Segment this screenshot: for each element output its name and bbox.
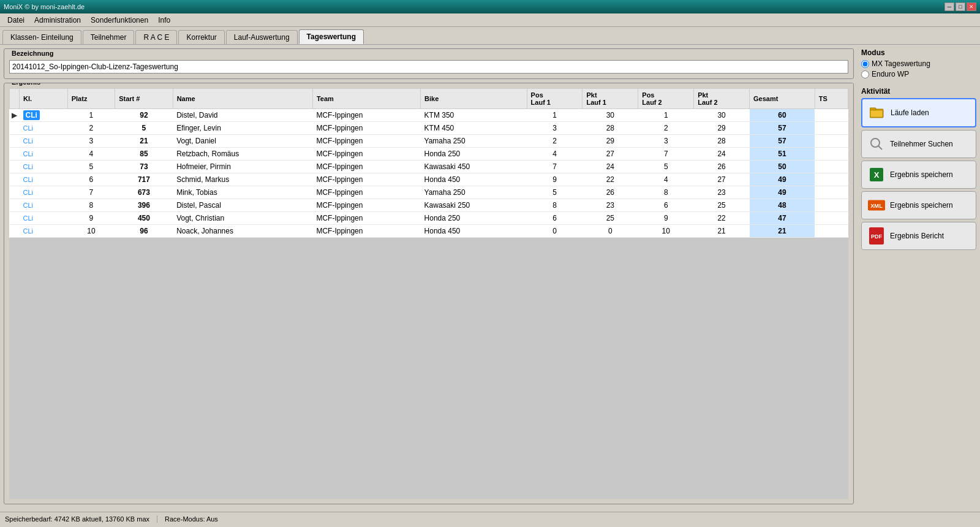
close-button[interactable]: ✕ xyxy=(967,2,976,11)
row-gesamt: 48 xyxy=(750,199,815,212)
row-name: Schmid, Markus xyxy=(173,173,312,186)
menu-administration[interactable]: Administration xyxy=(29,15,86,26)
modus-radio-mx[interactable] xyxy=(861,60,869,68)
row-start: 673 xyxy=(115,186,173,199)
row-gesamt: 60 xyxy=(750,109,815,122)
row-name: Distel, David xyxy=(173,109,312,122)
teilnehmer-suchen-button[interactable]: Teilnehmer Suchen xyxy=(861,130,976,158)
row-start: 73 xyxy=(115,161,173,173)
row-platz: 9 xyxy=(67,212,115,225)
row-pkt-lauf1: 23 xyxy=(582,199,638,212)
svg-text:X: X xyxy=(874,170,880,180)
table-row[interactable]: CLi 5 73 Hofmeier, Pirmin MCF-Ippingen K… xyxy=(10,161,848,173)
row-team: MCF-Ippingen xyxy=(312,225,420,238)
row-team: MCF-Ippingen xyxy=(312,122,420,135)
row-ts xyxy=(815,122,848,135)
row-arrow-cell xyxy=(10,122,20,135)
menu-sonderfunktionen[interactable]: Sonderfunktionen xyxy=(86,15,153,26)
row-platz: 8 xyxy=(67,199,115,212)
table-header-row: Kl. Platz Start # Name Team Bike PosLauf… xyxy=(10,89,848,109)
row-pkt-lauf1: 22 xyxy=(582,173,638,186)
row-pkt-lauf1: 28 xyxy=(582,122,638,135)
row-platz: 6 xyxy=(67,173,115,186)
svg-line-4 xyxy=(878,146,882,150)
tab-lauf-auswertung[interactable]: Lauf-Auswertung xyxy=(226,30,298,44)
table-row[interactable]: CLi 4 85 Retzbach, Romäus MCF-Ippingen H… xyxy=(10,148,848,161)
menu-datei[interactable]: Datei xyxy=(2,15,29,26)
row-pkt-lauf1: 30 xyxy=(582,109,638,122)
laeufe-laden-label: Läufe laden xyxy=(891,108,929,117)
row-pos-lauf2: 5 xyxy=(638,161,694,173)
ergebnis-speichern-excel-button[interactable]: X Ergebnis speichern xyxy=(861,161,976,189)
minimize-button[interactable]: ─ xyxy=(944,2,954,11)
row-name: Distel, Pascal xyxy=(173,199,312,212)
row-pkt-lauf2: 29 xyxy=(694,122,750,135)
row-pos-lauf2: 3 xyxy=(638,135,694,148)
folder-icon xyxy=(869,104,886,121)
row-pos-lauf1: 6 xyxy=(527,212,582,225)
svg-rect-2 xyxy=(870,110,883,117)
row-kl: CLi xyxy=(20,225,68,238)
table-row[interactable]: CLi 8 396 Distel, Pascal MCF-Ippingen Ka… xyxy=(10,199,848,212)
col-ts: TS xyxy=(815,89,848,109)
row-name: Mink, Tobias xyxy=(173,186,312,199)
row-platz: 2 xyxy=(67,122,115,135)
row-pos-lauf1: 9 xyxy=(527,173,582,186)
col-arrow xyxy=(10,89,20,109)
row-ts xyxy=(815,135,848,148)
row-platz: 3 xyxy=(67,135,115,148)
row-platz: 1 xyxy=(67,109,115,122)
row-team: MCF-Ippingen xyxy=(312,109,420,122)
row-pos-lauf2: 10 xyxy=(638,225,694,238)
menu-info[interactable]: Info xyxy=(153,15,175,26)
row-pkt-lauf2: 28 xyxy=(694,135,750,148)
ergebnis-speichern-xml-label: Ergebnis speichern xyxy=(890,201,953,210)
col-team: Team xyxy=(312,89,420,109)
row-kl: CLi xyxy=(20,186,68,199)
titlebar-title: MoniX © by moni-zaehlt.de xyxy=(4,3,85,10)
result-table-container[interactable]: Kl. Platz Start # Name Team Bike PosLauf… xyxy=(9,88,848,499)
row-bike: Yamaha 250 xyxy=(421,186,527,199)
ergebnis-bericht-button[interactable]: PDF Ergebnis Bericht xyxy=(861,222,976,250)
col-pkt-lauf1: PktLauf 1 xyxy=(582,89,638,109)
col-bike: Bike xyxy=(421,89,527,109)
row-pos-lauf1: 2 xyxy=(527,135,582,148)
row-pkt-lauf2: 27 xyxy=(694,173,750,186)
row-bike: Kawasaki 450 xyxy=(421,161,527,173)
table-row[interactable]: CLi 3 21 Vogt, Daniel MCF-Ippingen Yamah… xyxy=(10,135,848,148)
row-kl: CLi xyxy=(20,109,68,122)
tab-korrektur[interactable]: Korrektur xyxy=(178,30,224,44)
table-row[interactable]: CLi 9 450 Vogt, Christian MCF-Ippingen H… xyxy=(10,212,848,225)
table-row[interactable]: CLi 7 673 Mink, Tobias MCF-Ippingen Yama… xyxy=(10,186,848,199)
row-platz: 4 xyxy=(67,148,115,161)
tab-race[interactable]: R A C E xyxy=(135,30,177,44)
row-platz: 5 xyxy=(67,161,115,173)
tab-tageswertung[interactable]: Tageswertung xyxy=(299,29,364,44)
modus-radio-enduro[interactable] xyxy=(861,70,869,78)
row-pkt-lauf2: 21 xyxy=(694,225,750,238)
modus-option-enduro[interactable]: Enduro WP xyxy=(861,70,976,78)
row-ts xyxy=(815,161,848,173)
ergebnis-legend: Ergebnis xyxy=(9,83,853,86)
bezeichnung-input[interactable] xyxy=(9,60,848,74)
row-bike: Kawasaki 250 xyxy=(421,199,527,212)
row-name: Noack, Johannes xyxy=(173,225,312,238)
tab-teilnehmer[interactable]: Teilnehmer xyxy=(83,30,135,44)
row-pos-lauf1: 0 xyxy=(527,225,582,238)
ergebnis-speichern-xml-button[interactable]: XML Ergebnis speichern xyxy=(861,191,976,219)
row-gesamt: 49 xyxy=(750,186,815,199)
table-row[interactable]: CLi 2 5 Efinger, Levin MCF-Ippingen KTM … xyxy=(10,122,848,135)
row-ts xyxy=(815,109,848,122)
row-pkt-lauf2: 23 xyxy=(694,186,750,199)
row-kl: CLi xyxy=(20,212,68,225)
table-row[interactable]: CLi 6 717 Schmid, Markus MCF-Ippingen Ho… xyxy=(10,173,848,186)
row-pkt-lauf1: 0 xyxy=(582,225,638,238)
modus-option-mx[interactable]: MX Tageswertung xyxy=(861,59,976,68)
table-row[interactable]: CLi 10 96 Noack, Johannes MCF-Ippingen H… xyxy=(10,225,848,238)
maximize-button[interactable]: □ xyxy=(956,2,965,11)
tab-klassen-einteilung[interactable]: Klassen- Einteilung xyxy=(2,30,81,44)
laeufe-laden-button[interactable]: Läufe laden xyxy=(861,98,976,127)
row-pkt-lauf1: 25 xyxy=(582,212,638,225)
table-row[interactable]: ▶ CLi 1 92 Distel, David MCF-Ippingen KT… xyxy=(10,109,848,122)
svg-text:PDF: PDF xyxy=(871,233,883,240)
